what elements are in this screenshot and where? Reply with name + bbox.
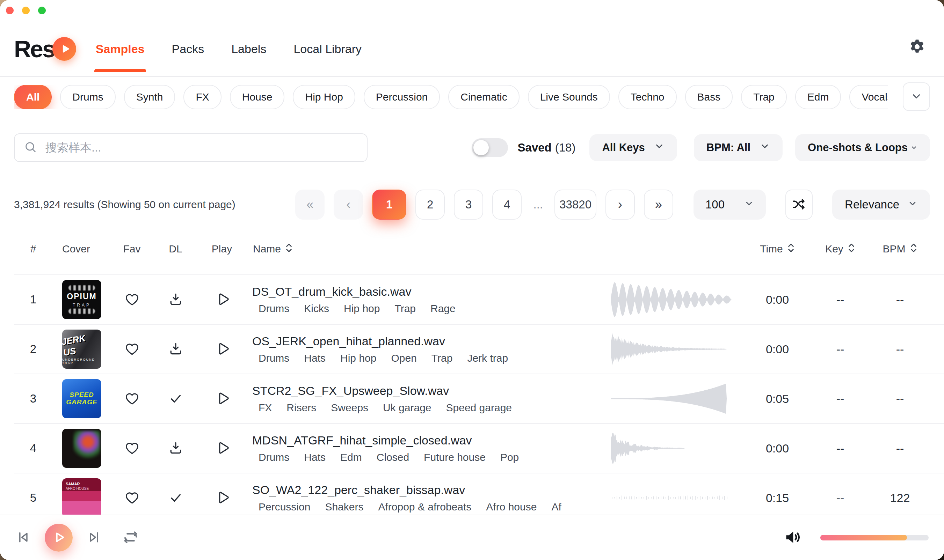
tag-drums[interactable]: Drums: [259, 451, 289, 463]
category-chip-hip-hop[interactable]: Hip Hop: [293, 85, 355, 109]
favorite-button[interactable]: [124, 390, 140, 408]
tag-sweeps[interactable]: Sweeps: [331, 402, 368, 414]
tag-jerk-trap[interactable]: Jerk trap: [467, 352, 508, 364]
category-chip-house[interactable]: House: [230, 85, 285, 109]
favorite-button[interactable]: [124, 489, 140, 506]
tag-kicks[interactable]: Kicks: [304, 303, 329, 315]
category-chip-drums[interactable]: Drums: [60, 85, 115, 109]
sample-name[interactable]: OS_JERK_open_hihat_planned.wav: [252, 334, 445, 348]
favorite-button[interactable]: [124, 291, 140, 308]
last-page-number-button[interactable]: 33820: [554, 189, 596, 220]
category-chip-percussion[interactable]: Percussion: [364, 85, 440, 109]
sample-type-dropdown[interactable]: One-shots & Loops: [795, 134, 930, 161]
column-header-name[interactable]: Name: [245, 243, 608, 255]
volume-slider[interactable]: [820, 535, 929, 540]
page-button-1[interactable]: 1: [372, 189, 406, 220]
page-button-2[interactable]: 2: [415, 189, 445, 220]
tag-trap[interactable]: Trap: [395, 303, 416, 315]
keys-dropdown[interactable]: All Keys: [589, 134, 677, 161]
saved-toggle[interactable]: [472, 138, 508, 157]
category-chip-edm[interactable]: Edm: [795, 85, 841, 109]
tag-afropop-afrobeats[interactable]: Afropop & afrobeats: [378, 501, 471, 513]
column-header-key[interactable]: Key: [811, 243, 870, 255]
search-input[interactable]: [45, 141, 358, 155]
download-button[interactable]: [168, 440, 184, 457]
waveform[interactable]: [608, 379, 744, 418]
category-chip-fx[interactable]: FX: [184, 85, 221, 109]
category-chip-live-sounds[interactable]: Live Sounds: [528, 85, 610, 109]
downloaded-button[interactable]: [168, 391, 183, 407]
page-button-4[interactable]: 4: [492, 189, 521, 220]
tag-trap[interactable]: Trap: [432, 352, 453, 364]
prev-page-button[interactable]: ‹: [334, 189, 363, 220]
app-logo[interactable]: Res: [14, 35, 76, 63]
tag-percussion[interactable]: Percussion: [259, 501, 310, 513]
tag-speed-garage[interactable]: Speed garage: [446, 402, 512, 414]
bpm-dropdown[interactable]: BPM: All: [694, 134, 783, 161]
tag-drums[interactable]: Drums: [259, 352, 289, 364]
play-button[interactable]: [214, 440, 230, 457]
category-chip-synth[interactable]: Synth: [124, 85, 175, 109]
tag-risers[interactable]: Risers: [287, 402, 316, 414]
repeat-button[interactable]: [122, 529, 139, 547]
tag-hats[interactable]: Hats: [304, 352, 325, 364]
category-chip-all[interactable]: All: [14, 85, 52, 109]
more-categories-button[interactable]: [903, 82, 930, 111]
minimize-button[interactable]: [22, 7, 30, 14]
tag-af[interactable]: Af: [551, 501, 561, 513]
category-chip-bass[interactable]: Bass: [685, 85, 733, 109]
tag-hip-hop[interactable]: Hip hop: [340, 352, 376, 364]
tag-hats[interactable]: Hats: [304, 451, 325, 463]
sample-name[interactable]: STCR2_SG_FX_Upsweep_Slow.wav: [252, 384, 449, 398]
category-chip-techno[interactable]: Techno: [619, 85, 677, 109]
next-track-button[interactable]: [86, 530, 102, 546]
tag-pop[interactable]: Pop: [500, 451, 519, 463]
favorite-button[interactable]: [124, 341, 140, 358]
settings-button[interactable]: [908, 38, 927, 57]
tag-fx[interactable]: FX: [259, 402, 272, 414]
shuffle-button[interactable]: [785, 189, 813, 220]
first-page-button[interactable]: «: [295, 189, 325, 220]
category-chip-cinematic[interactable]: Cinematic: [448, 85, 519, 109]
waveform[interactable]: [608, 329, 744, 369]
tag-open[interactable]: Open: [391, 352, 416, 364]
column-header-time[interactable]: Time: [744, 243, 811, 255]
waveform[interactable]: [608, 478, 744, 517]
page-size-dropdown[interactable]: 100: [694, 189, 766, 220]
page-button-3[interactable]: 3: [454, 189, 483, 220]
next-page-button[interactable]: ›: [605, 189, 635, 220]
tag-future-house[interactable]: Future house: [424, 451, 486, 463]
category-chip-vocals[interactable]: Vocals: [849, 85, 888, 109]
cover-art[interactable]: [62, 429, 101, 468]
player-play-button[interactable]: [45, 524, 72, 552]
sample-name[interactable]: MDSN_ATGRF_hihat_simple_closed.wav: [252, 434, 472, 447]
waveform[interactable]: [608, 429, 744, 468]
last-page-button[interactable]: »: [644, 189, 673, 220]
column-header-bpm[interactable]: BPM: [870, 243, 930, 255]
tag-rage[interactable]: Rage: [430, 303, 456, 315]
play-button[interactable]: [214, 341, 230, 357]
sort-dropdown[interactable]: Relevance: [832, 189, 930, 220]
play-button[interactable]: [214, 292, 230, 308]
close-button[interactable]: [6, 7, 14, 14]
previous-track-button[interactable]: [15, 530, 31, 546]
download-button[interactable]: [168, 341, 184, 357]
download-button[interactable]: [168, 292, 184, 308]
cover-art[interactable]: OPIUMTRAP: [62, 280, 101, 319]
category-chip-trap[interactable]: Trap: [741, 85, 787, 109]
downloaded-button[interactable]: [168, 490, 183, 506]
play-button[interactable]: [214, 391, 230, 407]
volume-button[interactable]: [783, 528, 802, 548]
waveform[interactable]: [608, 280, 744, 319]
sample-name[interactable]: SO_WA2_122_perc_shaker_bissap.wav: [252, 483, 465, 497]
zoom-button[interactable]: [38, 7, 46, 14]
cover-art[interactable]: JERK USUNDERGROUND TRAP: [62, 329, 101, 369]
tag-afro-house[interactable]: Afro house: [486, 501, 537, 513]
tag-edm[interactable]: Edm: [340, 451, 362, 463]
sample-name[interactable]: DS_OT_drum_kick_basic.wav: [252, 285, 411, 298]
tag-uk-garage[interactable]: Uk garage: [383, 402, 431, 414]
tag-drums[interactable]: Drums: [259, 303, 289, 315]
tag-closed[interactable]: Closed: [376, 451, 409, 463]
tag-shakers[interactable]: Shakers: [325, 501, 363, 513]
nav-tab-local-library[interactable]: Local Library: [293, 42, 362, 56]
